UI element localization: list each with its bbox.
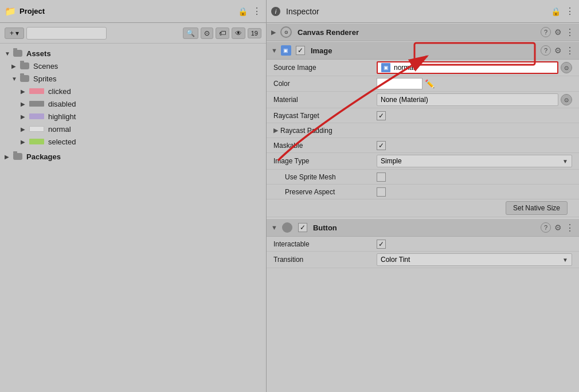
arrow-assets: ▼ — [5, 50, 11, 57]
tree-item-assets[interactable]: ▼ Assets — [0, 47, 266, 60]
button-expand-arrow[interactable]: ▼ — [271, 224, 277, 231]
color-swatch[interactable] — [377, 78, 422, 89]
button-section-header: ▼ Button ? ⚙ ⋮ — [267, 218, 579, 237]
tree-item-clicked[interactable]: ▶ clicked — [0, 85, 266, 97]
clicked-label: clicked — [48, 87, 71, 96]
search-input[interactable] — [26, 27, 107, 40]
sprites-label: Sprites — [33, 75, 56, 83]
arrow-normal: ▶ — [21, 126, 28, 132]
folder-scenes-icon — [20, 62, 29, 69]
sprite-disabled-bar — [29, 101, 44, 107]
lock-icon: 🔒 — [238, 7, 248, 16]
raycast-target-label: Raycast Target — [273, 112, 377, 120]
transition-dropdown[interactable]: Color Tint ▼ — [377, 253, 572, 266]
interactable-checkbox[interactable] — [377, 240, 386, 249]
canvas-renderer-icon: ⊙ — [280, 26, 292, 38]
eye-icon-btn[interactable]: 👁 — [232, 28, 245, 39]
image-type-value: Simple ▼ — [377, 155, 572, 167]
project-header: 📁 Project 🔒 ⋮ — [0, 0, 266, 23]
canvas-settings-icon[interactable]: ⚙ — [554, 28, 562, 37]
button-title: Button — [313, 224, 537, 232]
tree-item-sprites[interactable]: ▼ Sprites — [0, 72, 266, 85]
tree-item-scenes[interactable]: ▶ Scenes — [0, 60, 266, 72]
image-help-btn[interactable]: ? — [541, 45, 551, 56]
maskable-value — [377, 141, 572, 150]
set-native-size-btn[interactable]: Set Native Size — [506, 201, 568, 215]
image-expand-arrow[interactable]: ▼ — [271, 47, 277, 54]
image-section-header: ▼ ▣ Image ? ⚙ ⋮ — [267, 41, 579, 60]
sprite-selected-bar — [29, 139, 44, 144]
more-inspector-icon[interactable]: ⋮ — [565, 6, 574, 17]
arrow-clicked: ▶ — [21, 88, 28, 95]
disabled-label: disabled — [48, 100, 76, 108]
tree-item-packages[interactable]: ▶ Packages — [0, 150, 266, 163]
preserve-aspect-value — [377, 187, 572, 197]
normal-label: normal — [48, 125, 71, 134]
raycast-target-value — [377, 111, 572, 120]
canvas-help-btn[interactable]: ? — [541, 27, 551, 37]
color-value: ✏️ — [377, 78, 572, 89]
image-enabled-checkbox[interactable] — [296, 46, 305, 55]
color-row: Color ✏️ — [267, 76, 579, 92]
image-settings-icon[interactable]: ⚙ — [554, 46, 562, 55]
source-image-label: Source Image — [273, 64, 377, 72]
material-value-text: None (Material) — [381, 96, 428, 104]
interactable-row: Interactable — [267, 237, 579, 252]
filter-icon-btn[interactable]: ⊙ — [201, 28, 213, 39]
button-settings-icon[interactable]: ⚙ — [554, 223, 562, 232]
source-image-row: Source Image ▣ normal ⊙ — [267, 60, 579, 76]
project-toolbar: + ▾ 🔍 ⊙ 🏷 👁 19 — [0, 23, 266, 44]
transition-label: Transition — [273, 256, 377, 264]
tag-icon-btn[interactable]: 🏷 — [216, 28, 229, 39]
folder-packages-icon — [13, 153, 22, 160]
material-row: Material None (Material) ⊙ — [267, 92, 579, 108]
maskable-checkbox[interactable] — [377, 141, 386, 150]
tree-item-selected[interactable]: ▶ selected — [0, 135, 266, 148]
project-panel: 📁 Project 🔒 ⋮ + ▾ 🔍 ⊙ 🏷 👁 19 ▼ Assets ▶ — [0, 0, 267, 392]
info-icon: i — [271, 7, 280, 16]
tree-item-highlight[interactable]: ▶ highlight — [0, 110, 266, 123]
inspector-panel: i Inspector 🔒 ⋮ ▶ ⊙ Canvas Renderer ? ⚙ … — [267, 0, 579, 392]
material-picker-btn[interactable]: ⊙ — [561, 94, 572, 105]
canvas-more-icon[interactable]: ⋮ — [565, 27, 574, 38]
scenes-label: Scenes — [33, 62, 58, 70]
source-image-value-text: normal — [394, 64, 415, 72]
project-tree: ▼ Assets ▶ Scenes ▼ Sprites ▶ clic — [0, 44, 266, 392]
add-button[interactable]: + ▾ — [5, 28, 24, 39]
material-label: Material — [273, 96, 377, 104]
source-image-picker-btn[interactable]: ⊙ — [561, 62, 572, 73]
use-sprite-mesh-checkbox[interactable] — [377, 173, 386, 182]
raycast-target-checkbox[interactable] — [377, 111, 386, 120]
preserve-aspect-checkbox[interactable] — [377, 187, 386, 197]
tree-item-normal[interactable]: ▶ normal — [0, 123, 266, 135]
source-image-sprite-icon: ▣ — [381, 63, 390, 72]
eyedropper-icon[interactable]: ✏️ — [425, 79, 435, 88]
folder-icon: 📁 — [5, 6, 16, 17]
button-enabled-checkbox[interactable] — [298, 223, 307, 232]
raycast-padding-label: Raycast Padding — [280, 127, 378, 135]
set-native-size-row: Set Native Size — [267, 199, 579, 217]
button-help-btn[interactable]: ? — [541, 222, 551, 233]
arrow-disabled: ▶ — [21, 101, 28, 107]
image-more-icon[interactable]: ⋮ — [565, 45, 574, 56]
material-field[interactable]: None (Material) — [377, 93, 558, 106]
raycast-padding-row: ▶ Raycast Padding — [267, 123, 579, 138]
notification-badge: 19 — [248, 28, 261, 38]
folder-sprites-icon — [20, 75, 29, 82]
sprite-highlight-bar — [29, 113, 44, 119]
color-label: Color — [273, 80, 377, 88]
arrow-packages: ▶ — [5, 154, 11, 160]
arrow-highlight: ▶ — [21, 113, 28, 120]
tree-item-disabled[interactable]: ▶ disabled — [0, 97, 266, 110]
canvas-expand-arrow[interactable]: ▶ — [271, 29, 276, 36]
raycast-padding-arrow[interactable]: ▶ — [273, 127, 278, 134]
preserve-aspect-label: Preserve Aspect — [273, 188, 377, 196]
search-icon-btn[interactable]: 🔍 — [183, 28, 198, 39]
transition-row: Transition Color Tint ▼ — [267, 252, 579, 268]
more-options-icon[interactable]: ⋮ — [252, 6, 261, 17]
source-image-value: ▣ normal ⊙ — [377, 61, 572, 74]
source-image-field[interactable]: ▣ normal — [377, 61, 558, 74]
button-more-icon[interactable]: ⋮ — [565, 222, 574, 233]
image-component-icon: ▣ — [281, 45, 291, 56]
image-type-dropdown[interactable]: Simple ▼ — [377, 155, 572, 167]
